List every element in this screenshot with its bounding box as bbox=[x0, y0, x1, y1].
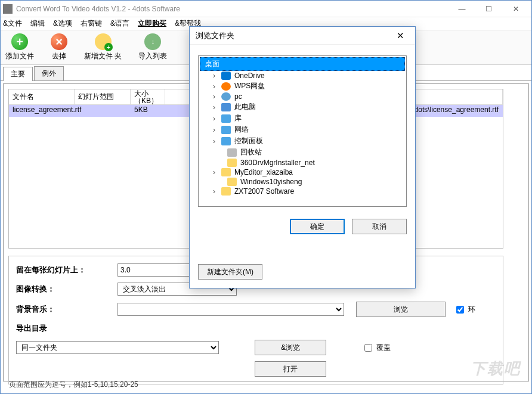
tree-item-network[interactable]: ›网络 bbox=[200, 124, 405, 135]
user-icon bbox=[221, 92, 231, 101]
import-icon bbox=[144, 33, 161, 50]
chevron-right-icon: › bbox=[211, 82, 218, 91]
cell-slide bbox=[75, 105, 131, 117]
library-icon bbox=[221, 114, 231, 123]
loop-check[interactable] bbox=[456, 306, 464, 314]
loop-checkbox[interactable]: 环 bbox=[454, 304, 475, 315]
export-browse-button[interactable]: &浏览 bbox=[255, 340, 326, 355]
menu-file[interactable]: &文件 bbox=[3, 18, 22, 29]
overwrite-checkbox[interactable]: 覆盖 bbox=[362, 342, 391, 353]
menu-rightkey[interactable]: 右窗键 bbox=[81, 18, 102, 29]
loop-label: 环 bbox=[468, 305, 475, 315]
tree-item-pc[interactable]: ›pc bbox=[200, 92, 405, 101]
remove-button[interactable]: 去掉 bbox=[51, 33, 67, 61]
chevron-right-icon: › bbox=[211, 92, 218, 101]
add-label: 添加文件 bbox=[5, 51, 34, 61]
open-button[interactable]: 打开 bbox=[255, 361, 326, 377]
overwrite-check[interactable] bbox=[364, 344, 372, 352]
tree-item-folder[interactable]: Windows10yisheng bbox=[200, 177, 405, 187]
controlpanel-icon bbox=[221, 137, 231, 145]
chevron-right-icon: › bbox=[211, 126, 218, 134]
remove-icon bbox=[51, 33, 67, 50]
tab-exception[interactable]: 例外 bbox=[34, 66, 64, 80]
tree-item-recyclebin[interactable]: 回收站 bbox=[200, 147, 405, 158]
menu-buy[interactable]: 立即购买 bbox=[138, 18, 166, 29]
col-slide-range[interactable]: 幻灯片范围 bbox=[75, 89, 131, 104]
dialog-title: 浏览文件夹 bbox=[196, 30, 234, 41]
tab-main[interactable]: 主要 bbox=[3, 67, 33, 81]
dialog-close-button[interactable]: ✕ bbox=[391, 27, 409, 45]
bgm-select[interactable] bbox=[117, 303, 344, 316]
addfolder-label: 新增文件 夹 bbox=[84, 51, 122, 61]
tree-item-folder[interactable]: ›MyEditor_xiazaiba bbox=[200, 167, 405, 177]
app-icon bbox=[3, 4, 13, 14]
menu-options[interactable]: &选项 bbox=[53, 18, 72, 29]
chevron-right-icon: › bbox=[211, 72, 218, 80]
close-button[interactable]: ✕ bbox=[502, 1, 529, 17]
col-size[interactable]: 大小（KB） bbox=[131, 89, 165, 104]
add-file-button[interactable]: 添加文件 bbox=[5, 33, 34, 61]
browse-folder-dialog: 浏览文件夹 ✕ 桌面 ›OneDrive ›WPS网盘 ›pc ›此电脑 ›库 … bbox=[189, 26, 416, 288]
import-label: 导入列表 bbox=[138, 51, 167, 61]
add-folder-button[interactable]: 新增文件 夹 bbox=[84, 33, 122, 61]
tree-item-folder[interactable]: ›ZXT2007 Software bbox=[200, 187, 405, 196]
menu-edit[interactable]: 编辑 bbox=[30, 18, 45, 29]
dialog-titlebar: 浏览文件夹 ✕ bbox=[190, 27, 415, 45]
add-icon bbox=[11, 33, 28, 50]
cell-filename: license_agreement.rtf bbox=[9, 105, 75, 117]
minimize-button[interactable]: — bbox=[449, 1, 475, 17]
recyclebin-icon bbox=[227, 148, 237, 157]
bgm-browse-button[interactable]: 浏览 bbox=[356, 302, 446, 317]
chevron-right-icon: › bbox=[211, 187, 218, 196]
new-folder-button[interactable]: 新建文件夹(M) bbox=[198, 264, 262, 280]
chevron-right-icon: › bbox=[211, 114, 218, 123]
wps-icon bbox=[221, 82, 231, 91]
export-label: 导出目录 bbox=[16, 323, 117, 334]
cell-size: 5KB bbox=[131, 105, 165, 117]
chevron-right-icon: › bbox=[211, 137, 218, 145]
chevron-right-icon: › bbox=[211, 168, 218, 176]
folder-icon bbox=[95, 33, 112, 50]
tree-item-libraries[interactable]: ›库 bbox=[200, 113, 405, 124]
cancel-button[interactable]: 取消 bbox=[352, 219, 407, 234]
tree-item-controlpanel[interactable]: ›控制面板 bbox=[200, 135, 405, 147]
folder-tree[interactable]: 桌面 ›OneDrive ›WPS网盘 ›pc ›此电脑 ›库 ›网络 ›控制面… bbox=[198, 55, 407, 207]
bgm-label: 背景音乐： bbox=[16, 304, 117, 315]
window-title: Convert Word To Video 4dots V1.2 - 4dots… bbox=[16, 5, 449, 13]
col-filename[interactable]: 文件名 bbox=[9, 89, 75, 104]
chevron-right-icon: › bbox=[211, 103, 218, 111]
network-icon bbox=[221, 126, 231, 134]
page-range-hint: 页面范围应为逗号，例如1-5,10,15,20-25 bbox=[9, 380, 138, 390]
menu-language[interactable]: &语言 bbox=[110, 18, 129, 29]
computer-icon bbox=[221, 103, 231, 111]
remove-label: 去掉 bbox=[52, 51, 66, 61]
folder-icon bbox=[221, 187, 231, 196]
tree-item-wps[interactable]: ›WPS网盘 bbox=[200, 80, 405, 92]
export-select[interactable]: 同一文件夹 bbox=[16, 341, 219, 354]
onedrive-icon bbox=[221, 72, 231, 80]
desktop-label: 桌面 bbox=[205, 59, 219, 69]
tree-item-thispc[interactable]: ›此电脑 bbox=[200, 101, 405, 113]
tree-item-onedrive[interactable]: ›OneDrive bbox=[200, 71, 405, 80]
title-bar: Convert Word To Video 4dots V1.2 - 4dots… bbox=[1, 1, 531, 17]
folder-icon bbox=[221, 168, 231, 176]
import-list-button[interactable]: 导入列表 bbox=[138, 33, 167, 61]
tree-item-folder[interactable]: 360DrvMgrInstaller_net bbox=[200, 158, 405, 167]
maximize-button[interactable]: ☐ bbox=[475, 1, 502, 17]
folder-icon bbox=[227, 159, 237, 167]
ok-button[interactable]: 确定 bbox=[290, 219, 345, 234]
overwrite-label: 覆盖 bbox=[376, 343, 391, 353]
tree-root-desktop[interactable]: 桌面 bbox=[200, 57, 405, 71]
imgconv-label: 图像转换： bbox=[16, 284, 117, 294]
folder-icon bbox=[227, 178, 237, 186]
stay-label: 留在每张幻灯片上： bbox=[16, 265, 117, 275]
